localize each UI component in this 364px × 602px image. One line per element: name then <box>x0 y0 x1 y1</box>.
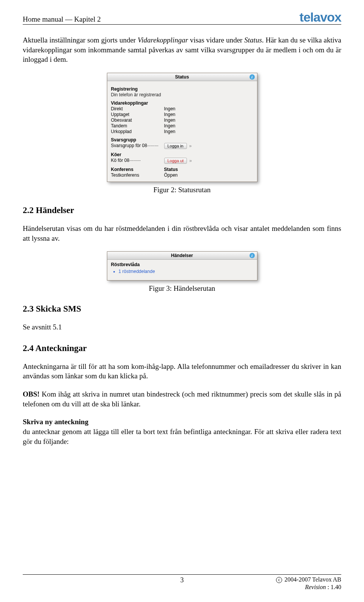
obs-label: OBS! <box>23 390 39 398</box>
heading-2-4: 2.4 Anteckningar <box>23 343 341 353</box>
chevron-right-icon: » <box>189 158 192 163</box>
ko-label: Kö för 08········· <box>111 158 164 164</box>
intro-paragraph: Aktuella inställningar som gjorts under … <box>23 35 341 64</box>
paragraph-2-3: Se avsnitt 5.1 <box>23 322 341 332</box>
figure-status-panel: Status i Registrering Din telefon är reg… <box>107 73 257 182</box>
section-ref-5-1[interactable]: 5.1 <box>53 323 62 331</box>
handelser-title-bar: Händelser i <box>107 252 257 260</box>
paragraph-2-2: Händelserutan visas om du har röstmeddel… <box>23 224 341 243</box>
svarsgrupp-label: Svarsgrupp för 08········· <box>111 143 164 149</box>
logout-button[interactable]: Logga ut <box>164 158 187 164</box>
copyright-icon: c <box>276 577 282 583</box>
intro-em-2: Status <box>244 36 262 44</box>
copyright-text: 2004-2007 Telavox AB <box>284 576 341 583</box>
vk-urkopplad-value: Ingen <box>164 129 253 134</box>
section-rostbrevlada: Röstbrevlåda <box>111 262 253 267</box>
revision-label: Revision <box>305 584 326 590</box>
brand-logo: telavox <box>300 11 341 24</box>
vk-tandem-label: Tandem <box>111 123 164 129</box>
revision-value: : 1.40 <box>326 584 341 590</box>
chevron-right-icon: » <box>189 143 192 149</box>
paragraph-2-4b: OBS! Kom ihåg att skriva in numret utan … <box>23 389 341 409</box>
vk-tandem-value: Ingen <box>164 123 253 129</box>
konferens-status-header: Status <box>164 167 253 172</box>
section-vidarekopplingar: Vidarekopplingar <box>111 100 253 106</box>
section-registrering: Registrering <box>111 86 253 92</box>
see-section-text: Se avsnitt <box>23 323 53 331</box>
intro-em-1: Vidarekopplingar <box>138 36 188 44</box>
login-button[interactable]: Logga in <box>164 143 187 149</box>
konferens-name: Testkonferens <box>111 172 164 178</box>
vk-obesvarat-value: Ingen <box>164 118 253 123</box>
figure-3-caption: Figur 3: Händelserutan <box>23 284 341 293</box>
heading-2-3: 2.3 Skicka SMS <box>23 304 341 314</box>
voicemail-link[interactable]: 1 röstmeddelande <box>119 269 155 274</box>
paragraph-2-4c: Skriva ny anteckning du antecknar genom … <box>23 417 341 446</box>
section-svarsgrupp: Svarsgrupp <box>111 137 253 143</box>
vk-upptaget-label: Upptaget <box>111 112 164 117</box>
figure-2-caption: Figur 2: Statusrutan <box>23 186 341 194</box>
obs-text: Kom ihåg att skriva in numret utan binde… <box>23 390 341 408</box>
handelser-title: Händelser <box>171 253 193 258</box>
vk-direkt-value: Ingen <box>164 106 253 111</box>
paragraph-2-4a: Anteckningarna är till för att ha som ko… <box>23 362 341 381</box>
info-icon[interactable]: i <box>249 253 255 258</box>
vk-obesvarat-label: Obesvarat <box>111 118 164 123</box>
status-title: Status <box>175 74 189 80</box>
registrering-status: Din telefon är registrerad <box>111 92 253 97</box>
skriva-text: du antecknar genom att lägga till eller … <box>23 428 341 445</box>
page-number: 3 <box>102 576 262 591</box>
figure-handelser-panel: Händelser i Röstbrevlåda 1 röstmeddeland… <box>107 251 257 281</box>
section-konferens: Konferens <box>111 167 164 172</box>
footer-left <box>23 576 102 591</box>
vk-upptaget-value: Ingen <box>164 112 253 117</box>
intro-text-1: Aktuella inställningar som gjorts under <box>23 36 138 44</box>
konferens-status: Öppen <box>164 172 253 178</box>
revision: Revision : 1.40 <box>262 584 341 591</box>
intro-text-2: visas vidare under <box>188 36 244 44</box>
header-left: Home manual — Kapitel 2 <box>23 15 101 24</box>
section-koer: Köer <box>111 152 253 157</box>
vk-direkt-label: Direkt <box>111 106 164 111</box>
vk-urkopplad-label: Urkopplad <box>111 129 164 134</box>
skriva-heading: Skriva ny anteckning <box>23 418 88 426</box>
info-icon[interactable]: i <box>249 74 255 80</box>
heading-2-2: 2.2 Händelser <box>23 205 341 215</box>
copyright: c 2004-2007 Telavox AB <box>262 576 341 583</box>
status-title-bar: Status i <box>107 73 257 81</box>
